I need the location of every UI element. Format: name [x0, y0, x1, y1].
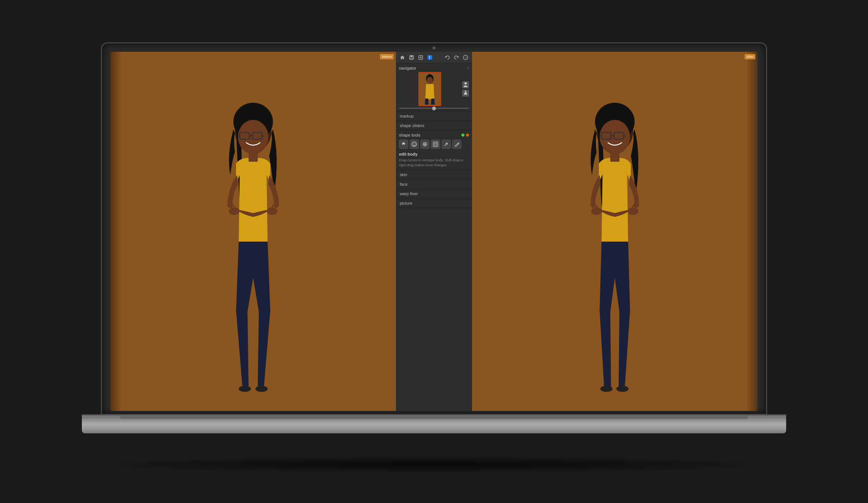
navigator-tools: [462, 72, 469, 106]
warp-fixer-label: warp fixer: [400, 191, 418, 196]
svg-point-10: [267, 207, 278, 215]
navigator-section: navigator ?: [396, 64, 472, 111]
facebook-icon[interactable]: f: [426, 54, 433, 61]
svg-point-24: [464, 82, 467, 84]
navigator-header: navigator ?: [399, 66, 469, 70]
svg-text:f: f: [429, 56, 430, 60]
navigator-help[interactable]: ?: [467, 66, 469, 70]
picture-label: picture: [400, 201, 412, 205]
edit-body-title: edit body: [399, 152, 469, 156]
svg-point-50: [616, 386, 629, 392]
svg-line-7: [262, 136, 264, 136]
tool-face-btn[interactable]: [410, 140, 419, 149]
shape-tools-title: shape tools: [399, 133, 420, 137]
laptop-container: before: [72, 23, 796, 480]
home-icon[interactable]: [399, 54, 406, 61]
status-dots: [461, 134, 469, 137]
navigator-title: navigator: [399, 66, 416, 70]
help-icon[interactable]: ?: [462, 54, 469, 61]
navigator-slider[interactable]: [399, 108, 469, 109]
laptop-screen: before: [110, 52, 758, 411]
svg-point-25: [465, 91, 466, 92]
save-icon[interactable]: [408, 54, 415, 61]
sidebar-item-shape-sliders[interactable]: shape sliders: [396, 121, 472, 131]
tool-edit-btn[interactable]: [452, 140, 461, 149]
sidebar-item-skin[interactable]: skin: [396, 170, 472, 180]
svg-point-27: [413, 143, 414, 144]
tool-circles-btn[interactable]: [420, 140, 429, 149]
after-label: after: [745, 54, 755, 59]
dot-orange: [466, 134, 469, 137]
undo-icon[interactable]: [444, 54, 451, 61]
svg-rect-33: [433, 142, 438, 146]
after-panel: after: [472, 52, 758, 411]
svg-point-49: [600, 386, 613, 392]
svg-point-26: [412, 142, 416, 146]
slider-thumb: [432, 107, 436, 110]
sidebar-item-warp-fixer[interactable]: warp fixer: [396, 189, 472, 199]
svg-point-28: [415, 143, 415, 144]
screen-bezel: before: [101, 42, 767, 415]
slider-track: [399, 108, 469, 109]
tool-grid-btn[interactable]: [431, 140, 440, 149]
sidebar-item-face[interactable]: face: [396, 180, 472, 189]
sidebar-item-markup[interactable]: markup: [396, 111, 472, 121]
tool-arrow-btn[interactable]: [442, 140, 451, 149]
before-label: before: [380, 54, 394, 59]
shape-sliders-label: shape sliders: [400, 123, 424, 128]
dot-green: [461, 134, 464, 137]
svg-point-40: [600, 120, 630, 154]
thumbnail-person: [419, 73, 440, 105]
toolbar: f: [396, 52, 472, 64]
svg-line-44: [600, 136, 602, 136]
svg-point-9: [229, 207, 239, 215]
nav-person-icon[interactable]: [462, 81, 469, 88]
svg-text:?: ?: [465, 56, 467, 60]
svg-point-48: [628, 207, 638, 215]
sidebar-item-picture[interactable]: picture: [396, 199, 472, 208]
svg-point-47: [591, 207, 602, 215]
laptop-base: [82, 414, 786, 433]
svg-point-12: [255, 386, 268, 392]
export-icon[interactable]: [417, 54, 424, 61]
center-panel: f: [396, 52, 472, 411]
tool-body-btn[interactable]: [399, 140, 408, 149]
history-icons: ?: [444, 54, 469, 61]
laptop-base-inner: [120, 416, 748, 419]
redo-icon[interactable]: [453, 54, 460, 61]
svg-rect-14: [410, 56, 413, 57]
person-before: [211, 99, 295, 411]
shape-tools-icons: [399, 140, 469, 149]
navigator-thumbnail[interactable]: [418, 72, 441, 106]
svg-line-6: [238, 136, 240, 136]
svg-point-11: [239, 386, 251, 392]
before-panel: before: [110, 52, 396, 411]
toolbar-icons: f: [399, 54, 433, 61]
laptop-shadow: [117, 457, 751, 472]
camera: [432, 46, 436, 49]
shape-tools-header: shape tools: [399, 133, 469, 137]
svg-point-2: [238, 120, 268, 154]
svg-rect-15: [410, 58, 413, 59]
navigator-thumbnail-wrapper: [399, 72, 461, 106]
skin-label: skin: [400, 172, 407, 177]
nav-body-icon[interactable]: [462, 90, 469, 97]
svg-point-23: [427, 77, 433, 84]
laptop-body: before: [82, 42, 786, 461]
svg-line-45: [624, 136, 625, 136]
face-label: face: [400, 182, 408, 186]
markup-label: markup: [400, 114, 414, 118]
person-after: [573, 99, 657, 411]
edit-body-description: Drag curves to reshape body. Shift-drag …: [399, 158, 469, 167]
sidebar-item-shape-tools[interactable]: shape tools: [396, 131, 472, 170]
navigator-content: [399, 72, 469, 106]
